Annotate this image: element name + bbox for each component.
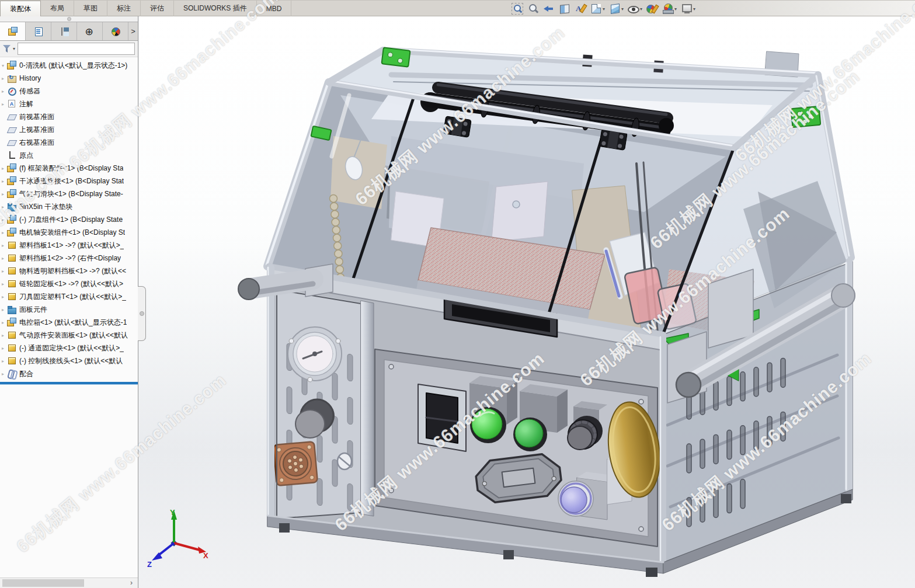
command-tab-3[interactable]: 标注 bbox=[107, 1, 141, 16]
tree-item-20[interactable]: ▸电控箱<1> (默认<默认_显示状态-1 bbox=[0, 316, 138, 329]
tree-item-4[interactable]: 前视基准面 bbox=[0, 110, 138, 123]
machine-3d-model[interactable] bbox=[139, 16, 915, 588]
tree-item-17[interactable]: ▸链轮固定板<1> ->? (默认<<默认> bbox=[0, 277, 138, 290]
hide-show-items-dropdown-caret[interactable]: ▾ bbox=[640, 6, 642, 12]
display-style-dropdown-caret[interactable]: ▾ bbox=[621, 6, 624, 12]
zoom-to-fit-icon[interactable] bbox=[512, 3, 523, 15]
displaymanager-tab[interactable] bbox=[103, 22, 128, 40]
tree-item-label: 干冰通道焊接<1> (B<Display Stat bbox=[19, 176, 124, 186]
tree-item-16[interactable]: ▸物料透明塑料挡板<1> ->? (默认<< bbox=[0, 265, 138, 277]
pneumatic-panel[interactable] bbox=[273, 288, 361, 519]
section-view-icon[interactable] bbox=[559, 3, 570, 15]
scrollbar-right-arrow[interactable]: › bbox=[127, 578, 136, 587]
display-style-icon[interactable] bbox=[609, 3, 621, 15]
tree-item-10[interactable]: ▸气缸与滑块<1> (B<Display State- bbox=[0, 187, 138, 200]
tree-expander[interactable]: ▸ bbox=[2, 217, 7, 222]
tree-expander[interactable]: ▸ bbox=[2, 281, 7, 287]
tree-item-9[interactable]: ▸干冰通道焊接<1> (B<Display Stat bbox=[0, 175, 138, 187]
tree-expander[interactable]: ▸ bbox=[2, 192, 7, 197]
tree-filter-input[interactable] bbox=[18, 43, 135, 55]
part-icon bbox=[7, 356, 17, 366]
command-tab-2[interactable]: 草图 bbox=[74, 1, 107, 16]
graphics-viewport[interactable]: Y X Z bbox=[139, 16, 915, 588]
tree-expander[interactable]: ▸ bbox=[2, 269, 7, 274]
part-icon bbox=[7, 241, 17, 250]
tree-item-11[interactable]: ▸5inX5in 干冰垫块 bbox=[0, 200, 138, 213]
tree-item-label: 原点 bbox=[19, 151, 33, 161]
tree-item-1[interactable]: ▸History bbox=[0, 72, 138, 85]
tree-expander[interactable]: ▸ bbox=[2, 294, 7, 300]
hide-show-items-icon[interactable] bbox=[628, 3, 639, 15]
sketch-annotation-icon[interactable] bbox=[575, 3, 586, 15]
tree-item-12[interactable]: ▸(-) 刀盘组件<1> (B<Display State bbox=[0, 213, 138, 226]
tree-expander[interactable]: ▸ bbox=[2, 89, 7, 94]
command-tab-4[interactable]: 评估 bbox=[141, 1, 174, 16]
configurationmanager-tab[interactable] bbox=[51, 22, 77, 40]
view-orientation-icon[interactable] bbox=[590, 3, 602, 15]
tree-item-14[interactable]: ▸塑料挡板1<1> ->? (默认<<默认>_ bbox=[0, 239, 138, 252]
featuremanager-tab[interactable] bbox=[0, 22, 26, 40]
tree-expander[interactable]: ▾ bbox=[2, 63, 7, 68]
zoom-to-area-icon[interactable] bbox=[527, 3, 539, 15]
tree-item-13[interactable]: ▸电机轴安装组件<1> (B<Display St bbox=[0, 226, 138, 239]
command-tab-1[interactable]: 布局 bbox=[41, 1, 74, 16]
tree-item-6[interactable]: 右视基准面 bbox=[0, 136, 138, 149]
rollback-bar[interactable] bbox=[0, 382, 138, 384]
tree-expander[interactable]: ▸ bbox=[2, 102, 7, 107]
scrollbar-thumb[interactable] bbox=[2, 579, 84, 587]
tree-item-19[interactable]: ▸面板元件 bbox=[0, 303, 138, 316]
green-button-1[interactable] bbox=[470, 407, 506, 443]
tree-item-21[interactable]: ▸气动原件安装面板<1> (默认<<默认 bbox=[0, 329, 138, 342]
propertymanager-tab[interactable] bbox=[26, 22, 51, 40]
tree-expander[interactable]: ▸ bbox=[2, 333, 7, 338]
tree-item-24[interactable]: ▸配合 bbox=[0, 367, 138, 380]
command-tab-5[interactable]: SOLIDWORKS 插件 bbox=[174, 1, 257, 16]
tree-expander[interactable]: ▸ bbox=[2, 76, 7, 81]
apply-scene-icon[interactable] bbox=[662, 3, 674, 15]
panel-splitter-handle[interactable] bbox=[138, 286, 146, 341]
tree-item-7[interactable]: 原点 bbox=[0, 149, 138, 162]
tree-expander[interactable]: ▸ bbox=[2, 243, 7, 248]
tree-item-2[interactable]: ▸传感器 bbox=[0, 85, 138, 98]
view-settings-dropdown-caret[interactable]: ▾ bbox=[693, 6, 695, 12]
tree-item-22[interactable]: ▸(-) 通道固定块<1> (默认<<默认>_ bbox=[0, 342, 138, 354]
view-orientation-dropdown-caret[interactable]: ▾ bbox=[603, 6, 605, 12]
tree-item-8[interactable]: ▸(f) 框架装配件<1> (B<Display Sta bbox=[0, 162, 138, 175]
filter-caret-icon[interactable]: ▾ bbox=[13, 46, 15, 51]
panel-expand-chevron[interactable]: > bbox=[128, 22, 138, 40]
tree-expander[interactable]: ▸ bbox=[2, 204, 7, 210]
tree-expander[interactable]: ▸ bbox=[2, 371, 7, 377]
command-tab-0[interactable]: 装配体 bbox=[0, 1, 41, 16]
tree-item-5[interactable]: 上视基准面 bbox=[0, 123, 138, 136]
tree-item-15[interactable]: ▸塑料挡板1<2> ->? (右件<Display bbox=[0, 252, 138, 265]
filter-funnel-icon[interactable] bbox=[3, 45, 11, 53]
corner-bracket-green-2[interactable] bbox=[791, 106, 821, 127]
tree-item-23[interactable]: ▸(-) 控制线接线头<1> (默认<<默认 bbox=[0, 354, 138, 367]
edit-appearance-icon[interactable] bbox=[646, 3, 658, 15]
tree-expander[interactable]: ▸ bbox=[2, 359, 7, 364]
dimxpertmanager-tab[interactable] bbox=[77, 22, 103, 40]
tree-expander[interactable]: ▸ bbox=[2, 256, 7, 261]
panel-horizontal-scrollbar[interactable]: › bbox=[0, 577, 138, 588]
rocker-switch[interactable] bbox=[418, 384, 466, 451]
asm-icon bbox=[7, 228, 17, 237]
tree-item-18[interactable]: ▸刀具固定塑料T<1> (默认<<默认>_ bbox=[0, 290, 138, 303]
tree-expander[interactable]: ▸ bbox=[2, 179, 7, 184]
window-hinge-left[interactable] bbox=[443, 116, 471, 138]
panel-grip[interactable] bbox=[0, 16, 138, 22]
tree-expander[interactable]: ▸ bbox=[2, 346, 7, 351]
view-settings-icon[interactable] bbox=[681, 3, 693, 15]
tree-expander[interactable]: ▸ bbox=[2, 230, 7, 235]
tree-item-0[interactable]: ▾0-清洗机 (默认<默认_显示状态-1>) bbox=[0, 59, 138, 72]
tree-expander[interactable]: ▸ bbox=[2, 307, 7, 312]
tree-expander[interactable]: ▸ bbox=[2, 166, 7, 171]
tree-expander[interactable]: ▸ bbox=[2, 320, 7, 325]
tree-item-3[interactable]: ▸注解 bbox=[0, 98, 138, 110]
green-button-2[interactable] bbox=[513, 417, 547, 451]
previous-view-icon[interactable] bbox=[543, 3, 555, 15]
part-icon bbox=[7, 253, 17, 263]
apply-scene-dropdown-caret[interactable]: ▾ bbox=[674, 6, 677, 12]
corner-bracket-green-1[interactable] bbox=[381, 47, 410, 67]
command-tab-6[interactable]: MBD bbox=[257, 1, 292, 16]
tree-item-label: 电控箱<1> (默认<默认_显示状态-1 bbox=[19, 318, 127, 328]
